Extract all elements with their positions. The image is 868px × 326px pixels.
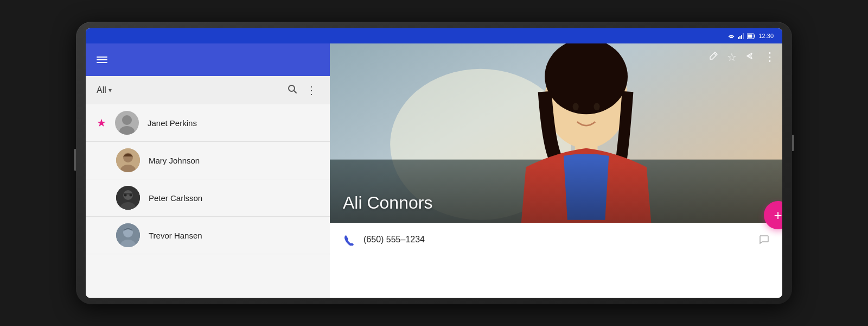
wifi-icon — [727, 33, 735, 39]
status-icons: 12:30 — [727, 33, 774, 39]
more-options-button[interactable]: ⋮ — [304, 83, 319, 98]
edit-button[interactable] — [709, 51, 718, 64]
svg-rect-6 — [755, 35, 756, 37]
contact-name-trevor: Trevor Hansen — [149, 231, 202, 240]
power-button[interactable] — [792, 135, 794, 151]
svg-rect-1 — [739, 36, 741, 39]
contact-name-overlay: Ali Connors — [343, 193, 432, 213]
contact-name-peter: Peter Carlsson — [149, 193, 202, 203]
svg-line-8 — [294, 90, 297, 93]
contact-item-trevor[interactable]: Trevor Hansen — [86, 217, 330, 254]
sms-icon[interactable] — [758, 234, 769, 245]
avatar-peter — [116, 186, 140, 210]
edit-icon — [709, 51, 718, 61]
detail-more-button[interactable]: ⋮ — [764, 50, 776, 64]
main-area: All ▾ ⋮ ★ — [86, 43, 782, 298]
svg-rect-5 — [748, 34, 752, 37]
avatar-trevor — [116, 223, 140, 247]
star-icon-janet: ★ — [97, 116, 106, 129]
tablet-device: 12:30 All ▾ — [76, 22, 792, 304]
phone-number: (650) 555–1234 — [363, 235, 425, 244]
contact-list: ★ Janet Perkins — [86, 104, 330, 298]
contact-name-janet: Janet Perkins — [148, 118, 197, 128]
tablet-screen: 12:30 All ▾ — [86, 28, 782, 298]
svg-rect-0 — [738, 37, 739, 39]
filter-label: All — [97, 85, 106, 95]
contact-item-janet[interactable]: ★ Janet Perkins — [86, 104, 330, 142]
signal-icon — [738, 33, 744, 39]
app-header — [86, 43, 330, 76]
volume-button[interactable] — [74, 149, 76, 171]
right-panel: ☆ ⋮ Ali Connors — [330, 43, 782, 298]
star-button[interactable]: ☆ — [727, 51, 737, 64]
svg-point-9 — [122, 115, 132, 125]
contact-name-mary: Mary Johnson — [149, 156, 200, 165]
svg-line-32 — [714, 53, 716, 55]
avatar-janet — [115, 111, 139, 135]
photo-top-actions: ☆ ⋮ — [709, 50, 776, 64]
svg-point-10 — [119, 126, 135, 135]
search-icon — [288, 84, 297, 94]
contact-item-peter[interactable]: Peter Carlsson — [86, 179, 330, 217]
status-time: 12:30 — [758, 33, 774, 39]
contact-detail-body: (650) 555–1234 — [330, 223, 782, 298]
contact-item-mary[interactable]: Mary Johnson — [86, 142, 330, 179]
avatar-mary — [116, 148, 140, 172]
filter-dropdown[interactable]: All ▾ — [97, 85, 112, 95]
svg-rect-3 — [743, 33, 744, 39]
status-bar: 12:30 — [86, 28, 782, 43]
phone-row: (650) 555–1234 — [343, 234, 769, 246]
hamburger-menu[interactable] — [97, 57, 107, 63]
share-icon — [745, 51, 755, 61]
phone-icon — [343, 234, 355, 246]
dropdown-arrow-icon: ▾ — [108, 86, 112, 94]
svg-rect-2 — [741, 35, 742, 39]
contact-photo-header: ☆ ⋮ Ali Connors — [330, 43, 782, 223]
share-button[interactable] — [745, 51, 755, 64]
search-button[interactable] — [285, 82, 299, 99]
filter-bar: All ▾ ⋮ — [86, 76, 330, 104]
left-panel: All ▾ ⋮ ★ — [86, 43, 330, 298]
battery-icon — [747, 33, 756, 39]
svg-rect-19 — [123, 193, 133, 195]
